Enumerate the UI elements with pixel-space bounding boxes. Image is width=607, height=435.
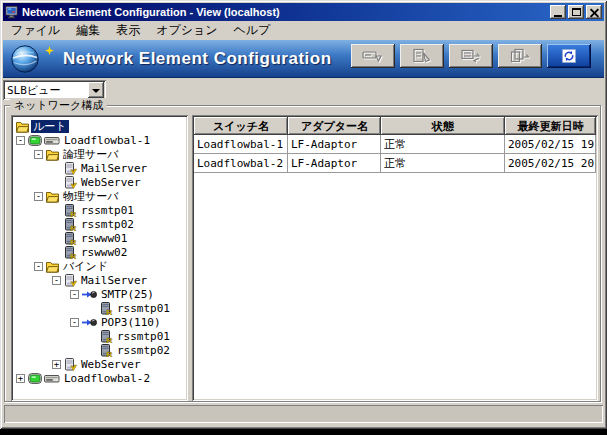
collapse-expander-icon[interactable]: - [34,150,43,159]
refresh-button[interactable] [547,44,591,68]
collapse-expander-icon[interactable]: - [70,318,79,327]
collapse-expander-icon[interactable]: - [16,136,25,145]
tree-item-label[interactable]: Loadflowbal-1 [62,134,152,147]
tree-item[interactable]: -論理サーバ [14,147,188,161]
table-header: スイッチ名アダプター名状態最終更新日時 [194,117,596,135]
column-header-1[interactable]: アダプター名 [288,117,381,135]
tree-item-label[interactable]: WebServer [79,358,143,371]
tree-item[interactable]: -SMTP(25) [14,287,188,301]
menu-item-options[interactable]: オプション [148,20,225,41]
tree-item[interactable]: MailServer [14,161,188,175]
tree-item[interactable]: Rrssmtp01 [14,329,188,343]
maximize-button[interactable] [568,5,584,19]
tree-item[interactable]: -Loadflowbal-1 [14,133,188,147]
column-header-2[interactable]: 状態 [381,117,505,135]
tree-item[interactable]: -POP3(110) [14,315,188,329]
table-cell: Loadflowbal-2 [194,154,288,173]
tree-item-label[interactable]: WebServer [79,176,143,189]
network-tree-panel: ルート-Loadflowbal-1-論理サーバMailServerWebServ… [11,115,188,401]
banner-title: Network Element Configuration [63,40,332,77]
tree-item-label[interactable]: rssmtp02 [79,218,136,231]
tree-item-label[interactable]: rssmtp01 [79,204,136,217]
tree-item-label[interactable]: ルート [31,120,69,133]
svg-text:R: R [70,223,76,230]
window-title: Network Element Configuration - View (lo… [22,6,550,18]
tree-item[interactable]: Rrswww02 [14,245,188,259]
collapse-expander-icon[interactable]: - [34,192,43,201]
tree-item-label[interactable]: 物理サーバ [61,190,121,203]
minimize-button[interactable] [550,5,566,19]
tree-item[interactable]: ルート [14,119,188,133]
device-tool-icon [362,48,384,64]
expand-expander-icon[interactable]: + [52,360,61,369]
edit-tool-icon [411,48,433,64]
physical-server-icon: R [64,204,77,217]
tree-item[interactable]: +Loadflowbal-2 [14,371,188,385]
tree-item-label[interactable]: MailServer [79,162,149,175]
load-balancer-icon [44,134,60,146]
table-cell: 正常 [381,154,505,173]
status-led-icon [28,134,42,147]
close-button[interactable] [586,5,602,19]
tree-item[interactable]: +WebServer [14,357,188,371]
tree-item[interactable]: Rrssmtp02 [14,217,188,231]
svg-text:R: R [70,251,76,258]
tree-item-label[interactable]: rswww02 [79,246,129,259]
tree-item-label[interactable]: rswww01 [79,232,129,245]
status-bar [4,405,603,423]
group-label: ネットワーク構成 [10,98,107,113]
tree-item[interactable]: -MailServer [14,273,188,287]
title-bar[interactable]: Network Element Configuration - View (lo… [3,3,604,21]
menu-item-edit[interactable]: 編集 [68,20,108,41]
table-row[interactable]: Loadflowbal-1LF-Adaptor正常2005/02/15 19:5… [194,135,596,154]
dropdown-button[interactable] [88,82,104,98]
tool-edit-button [400,44,444,68]
tree-item[interactable]: Rrssmtp01 [14,203,188,217]
tree-item-label[interactable]: rssmtp02 [115,344,172,357]
view-selector[interactable]: SLBビュー [3,80,106,100]
tree-item-label[interactable]: SMTP(25) [99,288,156,301]
svg-text:R: R [106,307,112,314]
tree-item[interactable]: Rrssmtp02 [14,343,188,357]
tree-item-label[interactable]: rssmtp01 [115,302,172,315]
banner: Network Element Configuration [3,40,604,78]
folder-icon [46,148,59,161]
tree-item[interactable]: WebServer [14,175,188,189]
window-controls [550,5,602,19]
tree-item-label[interactable]: POP3(110) [99,316,163,329]
table-row[interactable]: Loadflowbal-2LF-Adaptor正常2005/02/15 20:0… [194,154,596,173]
collapse-expander-icon[interactable]: - [34,262,43,271]
menu-item-file[interactable]: ファイル [3,20,68,41]
minimize-icon [554,15,562,17]
menu-item-view[interactable]: 表示 [108,20,148,41]
folder-icon [46,190,59,203]
menu-bar: ファイル編集表示オプションヘルプ [3,21,604,40]
table-cell: LF-Adaptor [288,154,381,173]
collapse-expander-icon[interactable]: - [52,276,61,285]
tree-item[interactable]: -物理サーバ [14,189,188,203]
tree-item-label[interactable]: rssmtp01 [115,330,172,343]
physical-server-icon: R [100,344,113,357]
view-selector-value: SLBビュー [5,83,88,98]
folder-icon [46,260,59,273]
tree-item[interactable]: Rrswww01 [14,231,188,245]
tree-item[interactable]: -バインド [14,259,188,273]
tree-item-label[interactable]: MailServer [79,274,149,287]
tree-item-label[interactable]: バインド [61,260,110,273]
table-cell: 正常 [381,135,505,154]
column-header-3[interactable]: 最終更新日時 [505,117,596,135]
bind-port-icon [82,289,97,300]
collapse-expander-icon[interactable]: - [70,290,79,299]
tree-item-label[interactable]: 論理サーバ [61,148,121,161]
physical-server-icon: R [100,302,113,315]
tool-device-button [351,44,395,68]
physical-server-icon: R [64,246,77,259]
menu-item-help[interactable]: ヘルプ [226,20,279,41]
table-cell: Loadflowbal-1 [194,135,288,154]
tree-item-label[interactable]: Loadflowbal-2 [62,372,152,385]
svg-text:R: R [106,349,112,356]
close-icon [590,8,599,17]
column-header-0[interactable]: スイッチ名 [194,117,288,135]
tree-item[interactable]: Rrssmtp01 [14,301,188,315]
expand-expander-icon[interactable]: + [16,374,25,383]
